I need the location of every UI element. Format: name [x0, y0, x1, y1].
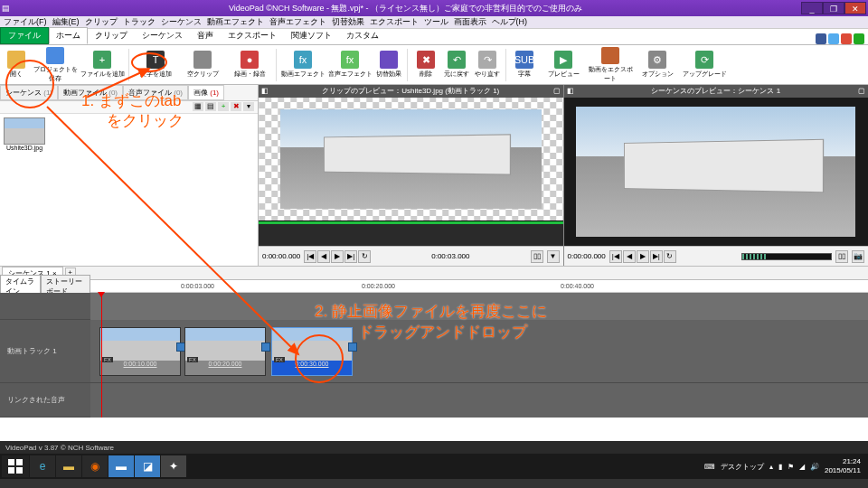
bin-add-icon[interactable]: +	[218, 102, 229, 111]
tray-flag-icon[interactable]: ⚑	[788, 463, 794, 471]
bin-body[interactable]: Ushite3D.jpg	[0, 114, 258, 266]
timeline-clip[interactable]: 0:00:20.000FX	[184, 327, 266, 376]
taskbar-explorer-icon[interactable]: ▬	[56, 455, 81, 477]
tray-clock[interactable]: 21:24 2015/05/11	[825, 457, 861, 475]
playback-button[interactable]: |◀	[609, 250, 622, 263]
playhead[interactable]	[101, 293, 102, 418]
ribbon-button[interactable]: ✖削除	[411, 47, 440, 83]
tray-up-icon[interactable]: ▴	[769, 463, 773, 471]
twitter-icon[interactable]	[828, 33, 839, 44]
ribbon-tab[interactable]: ホーム	[49, 27, 88, 44]
tray-volume-icon[interactable]: 🔊	[810, 463, 819, 471]
bin-tool-icon[interactable]: ▤	[205, 102, 216, 111]
ribbon-button-icon: ⟳	[695, 51, 713, 69]
ribbon-button[interactable]: 切替効果	[374, 47, 403, 83]
tray-network-icon[interactable]: ▮	[778, 463, 782, 471]
bin-tab-label: 動画ファイル	[63, 89, 107, 97]
clip-preview-filmstrip[interactable]	[259, 221, 563, 246]
bin-delete-icon[interactable]: ✖	[231, 102, 241, 111]
clip-transition-handle[interactable]	[348, 343, 357, 352]
taskbar-app-icon[interactable]: ▬	[108, 455, 134, 477]
seq-scrubber[interactable]	[741, 253, 832, 260]
ribbon-button[interactable]: 動画をエクスポート	[588, 47, 633, 83]
bin-tab[interactable]: 動画ファイル (0)	[58, 85, 123, 100]
bin-tab[interactable]: 画像 (1)	[188, 85, 224, 100]
sequence-preview-title: シーケンスのプレビュー：シーケンス 1	[577, 85, 856, 98]
taskbar-app-icon[interactable]: ◪	[135, 455, 160, 477]
panel-pin-icon[interactable]: ◧	[259, 85, 271, 98]
ribbon-button[interactable]: ⚙オプション	[635, 47, 680, 83]
ribbon-button[interactable]: fx動画エフェクト	[280, 47, 326, 83]
playback-button[interactable]: ◀	[317, 250, 330, 263]
file-tab[interactable]: ファイル	[0, 27, 49, 44]
preview-image	[576, 107, 855, 237]
ribbon-tab[interactable]: 関連ソフト	[284, 27, 339, 44]
playback-button[interactable]: ◀	[623, 250, 636, 263]
ribbon-tab[interactable]: カスタム	[339, 27, 386, 44]
clip-transition-handle[interactable]	[261, 343, 270, 352]
panel-max-icon[interactable]: ▢	[551, 85, 563, 98]
playback-button[interactable]: ▶	[637, 250, 649, 263]
ribbon-button[interactable]: ●録画・録音	[227, 47, 272, 83]
ribbon-tab[interactable]: 音声	[190, 27, 221, 44]
tray-desktop-label[interactable]: デスクトップ	[721, 462, 764, 472]
seq-overlay-icon[interactable]: ▯▯	[835, 250, 848, 263]
maximize-button[interactable]: ❐	[823, 2, 844, 14]
ribbon-button[interactable]: ↷やり直す	[473, 47, 502, 83]
clip-thumbnail	[185, 328, 265, 361]
timeline-clip[interactable]: 0:00:10.000FX	[99, 327, 181, 376]
ribbon-button-icon: SUB	[515, 51, 533, 69]
playback-button[interactable]: ↻	[664, 250, 676, 263]
clip-fx-badge[interactable]: FX	[274, 357, 285, 362]
ribbon-button[interactable]: fx音声エフェクト	[327, 47, 373, 83]
bin-menu-icon[interactable]: ▾	[243, 102, 254, 111]
clip-down-icon[interactable]: ▼	[547, 250, 560, 263]
taskbar-videopad-icon[interactable]: ✦	[161, 455, 186, 477]
ribbon-button[interactable]: SUB字幕	[510, 47, 539, 83]
ribbon-button[interactable]: 空クリップ	[180, 47, 225, 83]
playback-button[interactable]: ▶	[331, 250, 344, 263]
bin-tab[interactable]: 音声ファイル (0)	[123, 85, 188, 100]
menu-item[interactable]: ヘルプ(H)	[492, 16, 528, 28]
ribbon-button-icon: fx	[294, 51, 312, 69]
playback-button[interactable]: ▶|	[344, 250, 357, 263]
close-button[interactable]: ✕	[844, 2, 866, 14]
ribbon-button[interactable]: ↶元に戻す	[442, 47, 471, 83]
clip-fx-badge[interactable]: FX	[102, 357, 113, 362]
overlay-track[interactable]	[90, 293, 868, 320]
playback-button[interactable]: |◀	[304, 250, 316, 263]
audio-track-label[interactable]: リンクされた音声	[0, 383, 90, 418]
ribbon-tab[interactable]: エクスポート	[221, 27, 284, 44]
clip-overlay-icon[interactable]: ▯▯	[531, 250, 543, 263]
timeline-scroll-area[interactable]	[0, 418, 868, 441]
annotation-circle-1	[5, 60, 54, 108]
seq-snapshot-icon[interactable]: 📷	[852, 250, 864, 263]
bin-tool-icon[interactable]: ▦	[193, 102, 203, 111]
ribbon-button[interactable]: +ファイルを追加	[80, 47, 125, 83]
tray-keyboard-icon[interactable]: ⌨	[704, 463, 715, 471]
video-track-label[interactable]: 動画トラック 1	[0, 320, 90, 383]
share-icon[interactable]	[854, 33, 864, 44]
bin-thumbnail[interactable]: Ushite3D.jpg	[4, 117, 45, 151]
timeline-tracks[interactable]: 0:00:10.000FX0:00:20.000FX0:00:30.000FX	[90, 293, 868, 418]
gplus-icon[interactable]	[841, 33, 852, 44]
panel-pin-icon[interactable]: ◧	[564, 85, 577, 98]
menu-item[interactable]: ツール	[424, 16, 448, 28]
video-track[interactable]: 0:00:10.000FX0:00:20.000FX0:00:30.000FX	[90, 320, 868, 383]
ribbon-button[interactable]: ▶プレビュー	[541, 47, 586, 83]
taskbar-firefox-icon[interactable]: ◉	[82, 455, 108, 477]
taskbar-ie-icon[interactable]: e	[30, 455, 55, 477]
playback-button[interactable]: ▶|	[650, 250, 663, 263]
audio-track[interactable]	[90, 383, 868, 418]
menu-item[interactable]: 画面表示	[454, 16, 486, 28]
panel-max-icon[interactable]: ▢	[855, 85, 868, 98]
start-button[interactable]	[2, 455, 29, 477]
facebook-icon[interactable]	[816, 33, 826, 44]
ribbon-tab[interactable]: クリップ	[88, 27, 135, 44]
tray-wifi-icon[interactable]: ◢	[799, 463, 805, 471]
ribbon-button[interactable]: ⟳アップグレード	[682, 47, 727, 83]
minimize-button[interactable]: _	[801, 2, 823, 14]
playback-button[interactable]: ↻	[358, 250, 371, 263]
clip-fx-badge[interactable]: FX	[187, 357, 198, 362]
ribbon-tab[interactable]: シーケンス	[135, 27, 190, 44]
